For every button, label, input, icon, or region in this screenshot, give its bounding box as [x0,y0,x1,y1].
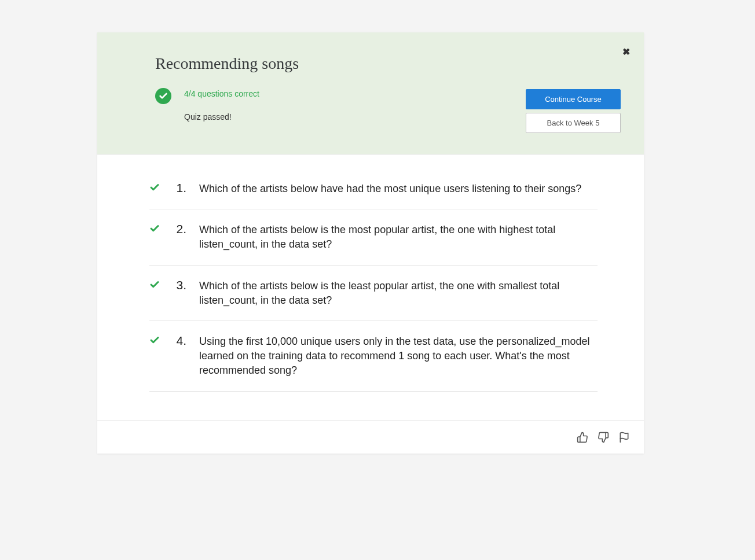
feedback-footer [97,421,644,454]
question-text: Which of the artists below is the most p… [199,222,598,252]
question-row[interactable]: 2. Which of the artists below is the mos… [149,209,598,265]
question-row[interactable]: 1. Which of the artists below have had t… [149,168,598,209]
check-icon [149,279,160,292]
button-column: Continue Course Back to Week 5 [526,89,621,133]
quiz-result-panel: ✖ Recommending songs 4/4 questions corre… [97,32,644,454]
question-row[interactable]: 4. Using the first 10,000 unique users o… [149,321,598,392]
question-text: Which of the artists below is the least … [199,278,598,308]
question-text: Which of the artists below have had the … [199,181,581,196]
question-row[interactable]: 3. Which of the artists below is the lea… [149,266,598,321]
check-icon [149,335,160,348]
check-icon [149,182,160,195]
status-row: 4/4 questions correct Quiz passed! Conti… [155,89,621,133]
check-circle-icon [155,88,171,104]
quiz-title: Recommending songs [155,54,621,73]
question-text: Using the first 10,000 unique users only… [199,334,598,378]
check-icon [149,223,160,236]
status-text: 4/4 questions correct Quiz passed! [184,89,259,121]
status-left: 4/4 questions correct Quiz passed! [155,89,526,121]
back-to-week-button[interactable]: Back to Week 5 [526,113,621,133]
question-number: 2. [173,222,186,236]
question-number: 4. [173,334,186,348]
thumbs-up-icon[interactable] [577,432,588,443]
continue-course-button[interactable]: Continue Course [526,89,621,109]
quiz-header: ✖ Recommending songs 4/4 questions corre… [97,32,644,154]
passed-label: Quiz passed! [184,112,259,121]
question-list: 1. Which of the artists below have had t… [97,154,644,421]
flag-icon[interactable] [618,432,630,443]
score-label: 4/4 questions correct [184,89,259,98]
thumbs-down-icon[interactable] [598,432,609,443]
question-number: 1. [173,181,186,195]
close-icon[interactable]: ✖ [622,46,630,57]
question-number: 3. [173,278,186,292]
